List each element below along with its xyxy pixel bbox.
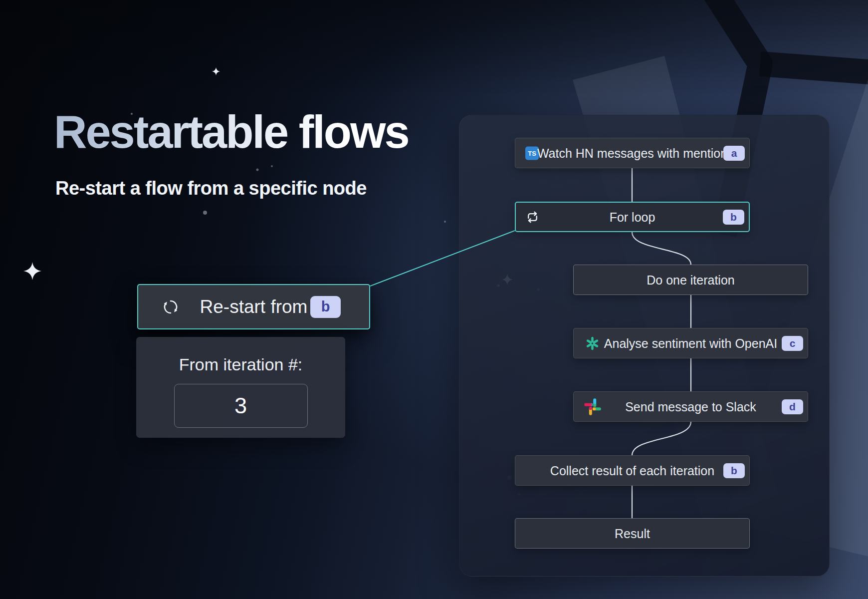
node-ref-badge: b	[723, 463, 745, 478]
node-label: For loop	[516, 210, 749, 224]
node-label: Do one iteration	[574, 273, 808, 287]
node-label: Watch HN messages with mention	[515, 146, 749, 160]
flow-node-watch-hn[interactable]: TS Watch HN messages with mention a	[515, 138, 750, 168]
node-label: Send message to Slack	[574, 399, 808, 414]
restart-from-button[interactable]: Re-start from b	[137, 284, 370, 329]
flow-node-do-one-iteration[interactable]: Do one iteration	[573, 265, 808, 295]
node-ref-badge: b	[310, 296, 341, 318]
page-title: Restartable flows	[54, 109, 409, 155]
flow-node-send-slack[interactable]: Send message to Slack d	[573, 391, 808, 422]
page-subtitle: Re-start a flow from a specific node	[55, 178, 367, 199]
sparkle-stars	[23, 67, 513, 285]
iteration-input[interactable]	[174, 384, 308, 428]
flow-node-result[interactable]: Result	[515, 518, 750, 549]
iteration-label: From iteration #:	[136, 355, 345, 374]
flow-node-for-loop[interactable]: For loop b	[515, 202, 750, 232]
page-background: Restartable flows Re-start a flow from a…	[0, 0, 868, 599]
node-ref-badge: d	[782, 399, 803, 414]
node-label: Collect result of each iteration	[515, 463, 749, 478]
flow-node-collect-result[interactable]: Collect result of each iteration b	[515, 455, 750, 486]
node-ref-badge: b	[723, 210, 744, 225]
node-ref-badge: a	[723, 146, 745, 161]
iteration-panel: From iteration #:	[136, 337, 345, 438]
node-label: Analyse sentiment with OpenAI	[574, 336, 808, 350]
node-label: Result	[515, 526, 749, 541]
flow-node-analyse-sentiment[interactable]: Analyse sentiment with OpenAI c	[573, 328, 808, 358]
node-ref-badge: c	[782, 336, 803, 351]
